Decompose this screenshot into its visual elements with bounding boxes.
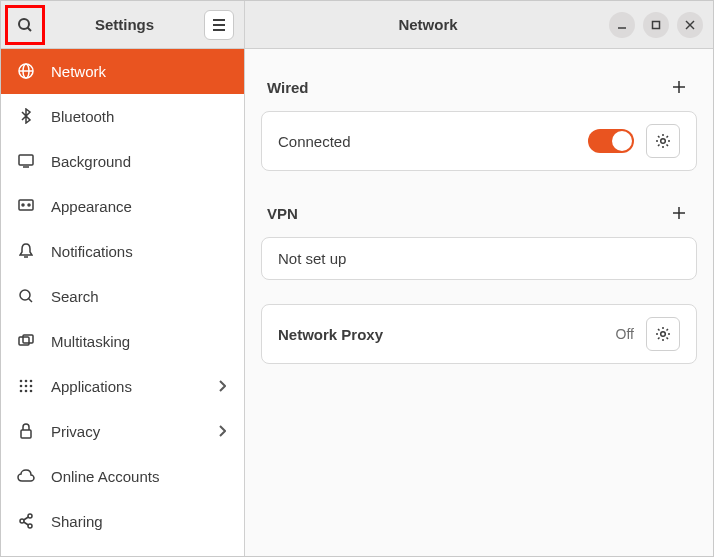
proxy-status: Off	[616, 326, 634, 342]
svg-point-39	[661, 139, 666, 144]
background-icon	[17, 152, 35, 170]
chevron-right-icon	[218, 380, 228, 392]
sidebar-item-search[interactable]: Search	[1, 274, 244, 319]
cloud-icon	[17, 467, 35, 485]
svg-line-1	[28, 27, 32, 31]
lock-icon	[17, 422, 35, 440]
svg-rect-17	[23, 335, 33, 343]
sidebar-item-label: Background	[51, 153, 228, 170]
sidebar-item-bluetooth[interactable]: Bluetooth	[1, 94, 244, 139]
sidebar-item-online-accounts[interactable]: Online Accounts	[1, 454, 244, 499]
search-icon	[17, 17, 33, 33]
sidebar-item-label: Network	[51, 63, 228, 80]
svg-point-19	[25, 380, 28, 383]
vpn-card: Not set up	[261, 237, 697, 280]
sidebar-item-network[interactable]: Network	[1, 49, 244, 94]
bell-icon	[17, 242, 35, 260]
sidebar-item-label: Sharing	[51, 513, 228, 530]
proxy-row: Network Proxy Off	[262, 305, 696, 363]
sidebar-item-sharing[interactable]: Sharing	[1, 499, 244, 544]
sidebar-item-label: Bluetooth	[51, 108, 228, 125]
plus-icon	[672, 80, 686, 94]
svg-point-12	[28, 204, 30, 206]
proxy-label: Network Proxy	[278, 326, 604, 343]
share-icon	[17, 512, 35, 530]
svg-rect-27	[21, 430, 31, 438]
wired-card: Connected	[261, 111, 697, 171]
sidebar-item-label: Search	[51, 288, 228, 305]
hamburger-icon	[212, 19, 226, 31]
sidebar-item-privacy[interactable]: Privacy	[1, 409, 244, 454]
magnifier-icon	[17, 287, 35, 305]
main-panel: Network Wired	[245, 1, 713, 556]
sidebar-item-applications[interactable]: Applications	[1, 364, 244, 409]
sidebar-item-label: Online Accounts	[51, 468, 228, 485]
main-body: Wired Connected	[245, 49, 713, 556]
wired-add-button[interactable]	[667, 75, 691, 99]
sidebar-item-multitasking[interactable]: Multitasking	[1, 319, 244, 364]
globe-icon	[17, 62, 35, 80]
wired-status: Connected	[278, 133, 576, 150]
svg-rect-8	[19, 155, 33, 165]
svg-line-32	[24, 522, 29, 525]
wired-heading: Wired	[267, 79, 309, 96]
svg-point-21	[20, 385, 23, 388]
sidebar: Settings Network Bluetoot	[1, 1, 245, 556]
appearance-icon	[17, 197, 35, 215]
main-header: Network	[245, 1, 713, 49]
sidebar-list: Network Bluetooth Background	[1, 49, 244, 556]
chevron-right-icon	[218, 425, 228, 437]
wired-row: Connected	[262, 112, 696, 170]
sidebar-item-label: Appearance	[51, 198, 228, 215]
wired-toggle[interactable]	[588, 129, 634, 153]
vpn-heading: VPN	[267, 205, 298, 222]
svg-line-31	[24, 517, 29, 520]
svg-rect-16	[19, 337, 29, 345]
sidebar-item-notifications[interactable]: Notifications	[1, 229, 244, 274]
svg-point-18	[20, 380, 23, 383]
minimize-icon	[617, 20, 627, 30]
page-title: Network	[255, 16, 601, 33]
svg-point-26	[30, 390, 33, 393]
window-close-button[interactable]	[677, 12, 703, 38]
svg-point-42	[661, 332, 666, 337]
svg-rect-34	[653, 21, 660, 28]
window-maximize-button[interactable]	[643, 12, 669, 38]
svg-point-22	[25, 385, 28, 388]
wired-settings-button[interactable]	[646, 124, 680, 158]
search-button[interactable]	[10, 10, 40, 40]
proxy-card[interactable]: Network Proxy Off	[261, 304, 697, 364]
maximize-icon	[651, 20, 661, 30]
vpn-status: Not set up	[278, 250, 680, 267]
gear-icon	[655, 326, 671, 342]
svg-point-23	[30, 385, 33, 388]
svg-line-15	[29, 299, 33, 303]
vpn-row: Not set up	[262, 238, 696, 279]
svg-point-25	[25, 390, 28, 393]
grid-icon	[17, 377, 35, 395]
window-minimize-button[interactable]	[609, 12, 635, 38]
sidebar-item-appearance[interactable]: Appearance	[1, 184, 244, 229]
multitasking-icon	[17, 332, 35, 350]
bluetooth-icon	[17, 107, 35, 125]
sidebar-item-label: Multitasking	[51, 333, 228, 350]
highlighted-region	[5, 5, 45, 45]
wired-section-header: Wired	[261, 69, 697, 105]
svg-point-29	[28, 514, 32, 518]
svg-point-11	[22, 204, 24, 206]
vpn-add-button[interactable]	[667, 201, 691, 225]
toggle-knob	[612, 131, 632, 151]
sidebar-item-label: Notifications	[51, 243, 228, 260]
svg-point-24	[20, 390, 23, 393]
proxy-settings-button[interactable]	[646, 317, 680, 351]
sidebar-title: Settings	[53, 16, 196, 33]
sidebar-item-background[interactable]: Background	[1, 139, 244, 184]
plus-icon	[672, 206, 686, 220]
sidebar-item-label: Applications	[51, 378, 202, 395]
vpn-section-header: VPN	[261, 195, 697, 231]
svg-point-30	[28, 524, 32, 528]
sidebar-header: Settings	[1, 1, 244, 49]
sidebar-item-label: Privacy	[51, 423, 202, 440]
menu-button[interactable]	[204, 10, 234, 40]
gear-icon	[655, 133, 671, 149]
